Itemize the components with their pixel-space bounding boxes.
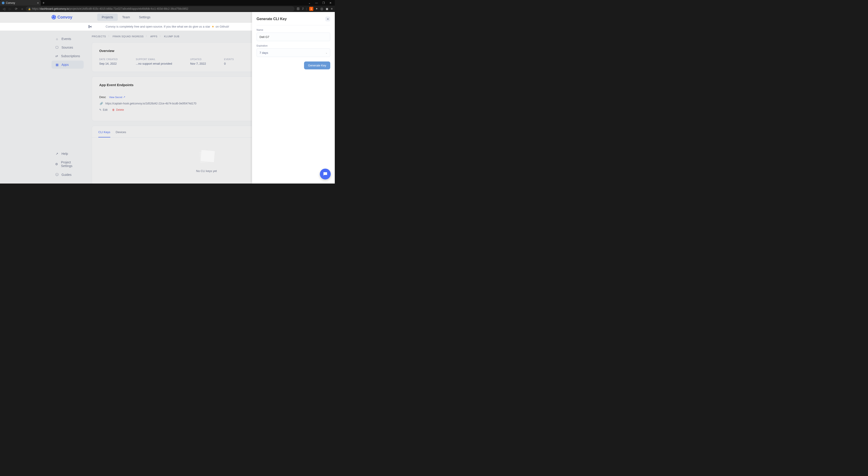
- window-controls: ⌄ ― ❐ ✕: [307, 1, 335, 4]
- sidebar-item-label: Sources: [61, 46, 73, 49]
- key-icon[interactable]: ⚿: [296, 7, 300, 10]
- pencil-icon: ✎: [99, 108, 101, 112]
- sidebar-item-label: Project Settings: [61, 160, 80, 168]
- tab-close-icon[interactable]: ×: [37, 1, 39, 5]
- overview-value: Sep 14, 2022: [99, 62, 118, 65]
- monitor-icon: 🖵: [55, 46, 59, 49]
- sidebar-item-label: Help: [61, 152, 68, 156]
- home-icon: ⌂: [55, 37, 59, 41]
- sidebar-item-apps[interactable]: ▦ Apps: [52, 61, 84, 69]
- logo[interactable]: Convoy: [52, 15, 72, 20]
- link-icon: 🔗: [100, 102, 103, 105]
- minimize-icon[interactable]: ―: [314, 1, 319, 4]
- dropdown-icon[interactable]: ⌄: [307, 1, 312, 4]
- logo-icon: [52, 15, 56, 20]
- overview-label: DATE CREATED: [99, 58, 118, 61]
- overview-label: SUPPORT EMAIL: [136, 58, 172, 61]
- tab-devices[interactable]: Devices: [116, 130, 126, 137]
- chat-widget-button[interactable]: [320, 169, 331, 180]
- chat-icon: [322, 171, 328, 177]
- tab-bar: Convoy × + ⌄ ― ❐ ✕: [0, 0, 335, 6]
- overview-value: ...no support email provided: [136, 62, 172, 65]
- overview-date-created: DATE CREATED Sep 14, 2022: [99, 58, 118, 65]
- sidebar-item-label: Events: [61, 37, 71, 41]
- sidebar-item-subscriptions[interactable]: ⇄ Subscriptions: [52, 52, 84, 60]
- share-icon[interactable]: ⤴: [302, 7, 304, 10]
- overview-value: Nov 7, 2022: [190, 62, 206, 65]
- endpoint-name: Desc: [99, 95, 106, 99]
- wallet-icon[interactable]: ▣: [325, 7, 329, 10]
- new-tab-button[interactable]: +: [41, 1, 46, 5]
- overview-support-email: SUPPORT EMAIL ...no support email provid…: [136, 58, 172, 65]
- top-nav: Projects Team Settings: [97, 13, 155, 21]
- banner-collapse-icon[interactable]: ▐◀: [88, 25, 91, 28]
- logo-text: Convoy: [57, 15, 72, 20]
- bookmark-button[interactable]: ⟐: [20, 7, 24, 11]
- drawer-close-button[interactable]: ✕: [325, 17, 330, 22]
- info-icon: ⓘ: [55, 173, 59, 177]
- chevron-right-icon: 〉: [108, 35, 111, 38]
- maximize-icon[interactable]: ❐: [321, 1, 326, 4]
- name-input[interactable]: [256, 33, 330, 41]
- lock-icon: 🔒: [28, 8, 31, 10]
- overview-events: EVENTS 0: [224, 58, 234, 65]
- view-secret-button[interactable]: View Secret ↗: [109, 96, 125, 99]
- url-text: https://dashboard.getconvoy.io/projects/…: [32, 7, 188, 10]
- breadcrumb-apps[interactable]: APPS: [150, 35, 157, 38]
- forward-button[interactable]: ▷: [8, 7, 12, 11]
- tab-favicon-icon: [2, 2, 4, 4]
- sidebar-item-label: Apps: [61, 63, 69, 66]
- generate-cli-key-drawer: Generate CLI Key ✕ Name Expiration 7 day…: [252, 12, 335, 184]
- star-icon: ★: [212, 25, 214, 28]
- swap-icon: ⇄: [55, 54, 58, 58]
- nav-settings[interactable]: Settings: [134, 13, 155, 21]
- url-bar: ◁ ▷ ⟳ ⟐ 🔒 https://dashboard.getconvoy.io…: [0, 6, 335, 12]
- sidebar-item-help[interactable]: ↗ Help: [52, 150, 84, 158]
- trash-icon: 🗑: [112, 108, 115, 112]
- endpoint-url: https://captain-hook.getconvoy.io/2d526d…: [105, 102, 196, 105]
- breadcrumb-app-name[interactable]: KLUMP SUB: [164, 35, 180, 38]
- banner-tail: on Github!: [216, 25, 229, 28]
- url-bar-right: ⚿ ⤴ | 1 ✦ ◫ ▣ ≡: [296, 7, 333, 11]
- expiration-label: Expiration: [256, 44, 330, 47]
- tab-cli-keys[interactable]: CLI Keys: [98, 130, 110, 137]
- chevron-down-icon: ⌄: [326, 52, 327, 54]
- edit-label: Edit: [103, 108, 107, 112]
- generate-key-button[interactable]: Generate Key: [304, 61, 330, 69]
- overview-value: 0: [224, 62, 234, 65]
- sidebar: ⌂ Events 🖵 Sources ⇄ Subscriptions ▦ App…: [0, 31, 88, 184]
- nav-projects[interactable]: Projects: [97, 13, 118, 21]
- tab-title: Convoy: [6, 1, 15, 4]
- sidebar-item-guides[interactable]: ⓘ Guides: [52, 170, 84, 179]
- sidebar-item-project-settings[interactable]: ⚙ Project Settings: [52, 158, 84, 170]
- grid-icon: ▦: [55, 63, 59, 66]
- banner-text: Convoy is completely free and open-sourc…: [105, 25, 210, 28]
- expiration-select[interactable]: 7 days ⌄: [256, 49, 330, 57]
- gear-icon: ⚙: [55, 162, 58, 166]
- brave-shields-icon[interactable]: 1: [309, 7, 313, 11]
- menu-icon[interactable]: ≡: [331, 7, 333, 10]
- chevron-right-icon: 〉: [160, 35, 162, 38]
- sidebar-item-sources[interactable]: 🖵 Sources: [52, 43, 84, 52]
- overview-label: UPDATED: [190, 58, 206, 61]
- reload-button[interactable]: ⟳: [14, 7, 19, 11]
- breadcrumb-project-name[interactable]: FRAIN SQUAD INGRESS: [113, 35, 144, 38]
- breadcrumb-projects[interactable]: PROJECTS: [92, 35, 106, 38]
- sidepanel-icon[interactable]: ◫: [320, 7, 323, 10]
- close-window-icon[interactable]: ✕: [328, 1, 333, 4]
- extensions-icon[interactable]: ✦: [315, 7, 318, 10]
- chevron-right-icon: 〉: [146, 35, 148, 38]
- url-field[interactable]: 🔒 https://dashboard.getconvoy.io/project…: [26, 6, 294, 11]
- delete-endpoint-button[interactable]: 🗑 Delete: [112, 108, 124, 112]
- sidebar-item-label: Subscriptions: [61, 54, 80, 58]
- name-label: Name: [256, 29, 330, 31]
- close-icon: ✕: [327, 18, 329, 21]
- edit-endpoint-button[interactable]: ✎ Edit: [99, 108, 107, 112]
- browser-tab[interactable]: Convoy ×: [0, 0, 41, 6]
- view-secret-label: View Secret: [109, 96, 123, 99]
- external-link-icon: ↗: [123, 96, 125, 99]
- delete-label: Delete: [116, 108, 124, 112]
- sidebar-item-events[interactable]: ⌂ Events: [52, 35, 84, 43]
- back-button[interactable]: ◁: [2, 7, 6, 11]
- nav-team[interactable]: Team: [118, 13, 134, 21]
